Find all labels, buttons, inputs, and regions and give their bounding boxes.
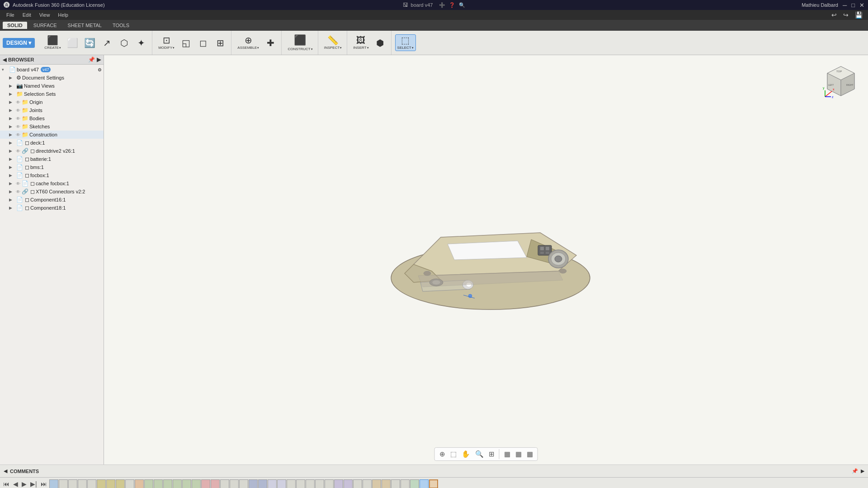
tab-surface[interactable]: SURFACE — [29, 22, 61, 29]
timeline-item-18[interactable] — [211, 479, 220, 488]
redo-button[interactable]: ↪ — [840, 11, 851, 19]
look-at-button[interactable]: ⬚ — [448, 449, 458, 459]
pan-button[interactable]: ✋ — [460, 449, 472, 459]
tree-item-bodies[interactable]: ▶ 👁 📁 Bodies — [0, 114, 104, 122]
timeline-item-32[interactable] — [344, 479, 353, 488]
tree-settings-icon[interactable]: ⚙ — [98, 67, 102, 72]
viewport[interactable]: TOP LEFT RIGHT x y z ⊕ ⬚ ✋ 🔍 ⊞ — [104, 55, 868, 465]
combine-button[interactable]: ✦ — [133, 37, 149, 49]
tree-item-bms[interactable]: ▶ 📄 ◻ bms:1 — [0, 163, 104, 171]
timeline-item-8[interactable] — [116, 479, 125, 488]
tree-item-deck[interactable]: ▶ 📄 ◻ deck:1 — [0, 139, 104, 147]
timeline-item-12[interactable] — [154, 479, 163, 488]
timeline-play-button[interactable]: ▶ — [20, 480, 28, 488]
timeline-first-button[interactable]: ⏮ — [2, 480, 11, 488]
tree-item-sketches[interactable]: ▶ 👁 📁 Sketches — [0, 122, 104, 131]
insert-svg-button[interactable]: 🖼 INSERT ▾ — [351, 34, 371, 51]
timeline-item-37[interactable] — [391, 479, 400, 488]
display-mode-button[interactable]: ▦ — [502, 449, 512, 459]
tree-item-batterie[interactable]: ▶ 📄 ◻ batterie:1 — [0, 155, 104, 163]
timeline-item-28[interactable] — [306, 479, 315, 488]
timeline-item-40[interactable] — [420, 479, 429, 488]
tab-solid[interactable]: SOLID — [3, 22, 27, 29]
timeline-item-17[interactable] — [201, 479, 210, 488]
eye-cache-focbox[interactable]: 👁 — [16, 181, 20, 186]
timeline-item-16[interactable] — [192, 479, 201, 488]
tree-item-joints[interactable]: ▶ 👁 📁 Joints — [0, 106, 104, 114]
close-button[interactable]: ✕ — [859, 2, 864, 9]
comments-expand-icon[interactable]: ◀ — [4, 468, 7, 474]
timeline-item-22[interactable] — [249, 479, 258, 488]
timeline-item-9[interactable] — [125, 479, 134, 488]
timeline-item-6[interactable] — [97, 479, 106, 488]
timeline-item-31[interactable] — [334, 479, 343, 488]
comments-pin-icon[interactable]: 📌 — [852, 468, 858, 474]
construct-dropdown[interactable]: ⬛ CONSTRUCT ▾ — [285, 33, 315, 52]
align-button[interactable]: ⊞ — [212, 37, 228, 49]
tab-sheet-metal[interactable]: SHEET METAL — [63, 22, 106, 29]
revolve-button[interactable]: 🔄 — [81, 37, 98, 49]
tab-tools[interactable]: TOOLS — [108, 22, 134, 29]
timeline-item-14[interactable] — [173, 479, 182, 488]
tree-item-construction[interactable]: ▶ 👁 📁 Construction — [0, 131, 104, 139]
browser-expand-icon[interactable]: ▶ — [97, 56, 101, 63]
comments-expand-right-icon[interactable]: ▶ — [861, 468, 864, 474]
new-component-button[interactable]: ⬛ CREATE ▾ — [42, 34, 63, 51]
modify-dropdown[interactable]: ⊡ MODIFY ▾ — [156, 34, 177, 51]
save-button[interactable]: 💾 — [852, 11, 865, 19]
timeline-item-38[interactable] — [401, 479, 410, 488]
timeline-item-35[interactable] — [372, 479, 381, 488]
tree-item-origin[interactable]: ▶ 👁 📁 Origin — [0, 98, 104, 106]
tree-item-xt60[interactable]: ▶ 👁 🔗 ◻ XT60 Connectors v2:2 — [0, 188, 104, 196]
timeline-item-21[interactable] — [239, 479, 248, 488]
tree-root[interactable]: ▾ 📄 board v47 v47 ⚙ — [0, 66, 104, 74]
browser-collapse-icon[interactable]: ◀ — [3, 57, 6, 63]
timeline-item-13[interactable] — [163, 479, 172, 488]
timeline-item-26[interactable] — [287, 479, 296, 488]
timeline-item-10[interactable] — [135, 479, 144, 488]
tree-item-focbox[interactable]: ▶ 📄 ◻ focbox:1 — [0, 171, 104, 179]
shell-button[interactable]: ◻ — [195, 37, 211, 49]
eye-origin[interactable]: 👁 — [16, 100, 20, 105]
extrude-button[interactable]: ⬜ — [64, 37, 80, 49]
timeline-item-36[interactable] — [382, 479, 391, 488]
measure-button[interactable]: 📏 INSPECT ▾ — [322, 34, 344, 51]
search-icon[interactable]: 🔍 — [459, 2, 465, 8]
tree-item-selection-sets[interactable]: ▶ 📁 Selection Sets — [0, 90, 104, 98]
timeline-item-4[interactable] — [78, 479, 87, 488]
menu-help[interactable]: Help — [54, 11, 72, 19]
assemble-dropdown[interactable]: ⊕ ASSEMBLE ▾ — [235, 34, 261, 51]
tree-item-directdrive[interactable]: ▶ 👁 🔗 ◻ directdrive2 v26:1 — [0, 147, 104, 155]
timeline-item-33[interactable] — [353, 479, 362, 488]
timeline-item-20[interactable] — [230, 479, 239, 488]
timeline-item-34[interactable] — [363, 479, 372, 488]
undo-button[interactable]: ↩ — [829, 11, 840, 19]
grid-button[interactable]: ▦ — [525, 449, 535, 459]
timeline-prev-button[interactable]: ◀ — [12, 480, 19, 488]
timeline-item-11[interactable] — [144, 479, 153, 488]
timeline-item-2[interactable] — [59, 479, 68, 488]
visual-style-button[interactable]: ▦ — [514, 449, 524, 459]
select-dropdown[interactable]: ⬚ SELECT ▾ — [395, 34, 416, 51]
loft-button[interactable]: ⬡ — [116, 37, 132, 49]
timeline-item-39[interactable] — [410, 479, 419, 488]
timeline-item-27[interactable] — [296, 479, 305, 488]
timeline-item-15[interactable] — [182, 479, 191, 488]
timeline-item-1[interactable] — [49, 479, 58, 488]
maximize-button[interactable]: □ — [851, 2, 855, 9]
fillet-button[interactable]: ◱ — [178, 37, 194, 49]
tree-item-document-settings[interactable]: ▶ ⚙ Document Settings — [0, 74, 104, 82]
tree-item-component18[interactable]: ▶ 📄 ◻ Component18:1 — [0, 204, 104, 212]
eye-construction[interactable]: 👁 — [16, 132, 20, 137]
tree-item-cache-focbox[interactable]: ▶ 👁 📄 ◻ cache focbox:1 — [0, 179, 104, 188]
eye-directdrive[interactable]: 👁 — [16, 149, 20, 154]
timeline-item-3[interactable] — [68, 479, 77, 488]
timeline-item-29[interactable] — [315, 479, 324, 488]
menu-edit[interactable]: Edit — [19, 11, 35, 19]
menu-file[interactable]: File — [3, 11, 18, 19]
joint-button[interactable]: ✚ — [262, 37, 278, 49]
browser-pin-icon[interactable]: 📌 — [88, 56, 95, 63]
timeline-item-30[interactable] — [325, 479, 334, 488]
timeline-item-7[interactable] — [106, 479, 115, 488]
fit-button[interactable]: ⊞ — [487, 449, 496, 459]
